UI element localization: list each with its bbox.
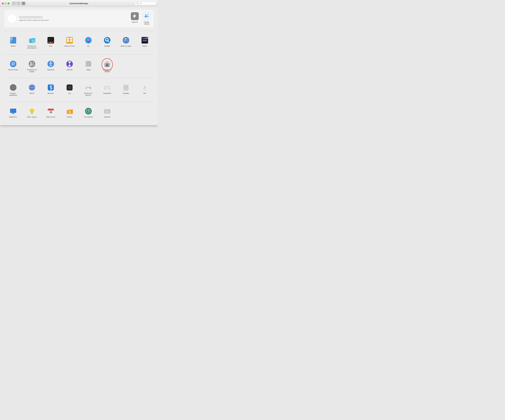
item-anvandare[interactable]: Användare och grupper <box>23 59 41 74</box>
internet-label: Internet- konton <box>8 69 18 71</box>
item-mus[interactable]: Mus <box>136 82 154 97</box>
skrivbord-label: Skrivbord och skärmsläckare <box>26 45 38 49</box>
styrplatta-label: Styrplatta <box>123 92 129 94</box>
item-datum[interactable]: JUL 18 Datum och tid <box>42 106 60 119</box>
item-programuppdatering[interactable]: Program- uppdatering <box>4 82 22 97</box>
svg-point-50 <box>50 61 51 63</box>
svg-point-13 <box>50 42 51 43</box>
svg-rect-41 <box>144 40 146 41</box>
item-siri[interactable]: Siri <box>79 35 97 50</box>
item-timemachine[interactable]: Time Machine <box>79 106 97 119</box>
svg-rect-107 <box>105 88 109 89</box>
item-skrivbord[interactable]: Skrivbord och skärmsläckare <box>23 35 41 50</box>
account-name <box>19 16 43 19</box>
svg-rect-95 <box>105 87 105 87</box>
family-sharing-icon <box>143 12 151 20</box>
svg-rect-96 <box>106 87 106 87</box>
item-bluetooth[interactable]: Bluetooth <box>42 82 60 97</box>
svg-line-123 <box>29 109 30 109</box>
forward-button[interactable]: › <box>17 2 20 5</box>
anvandare-icon <box>28 60 36 68</box>
allman-label: Allmänt <box>11 45 16 47</box>
svg-rect-91 <box>87 90 90 90</box>
svg-point-144 <box>109 110 110 111</box>
sakerhet-icon <box>103 60 111 68</box>
search-box[interactable]: 🔍 Sök <box>135 2 156 5</box>
item-sakerhet[interactable]: Säkerhet och integritet <box>98 59 116 74</box>
item-mission[interactable]: Mission Control <box>60 35 79 50</box>
item-skrivare[interactable]: Skrivare och skannrar <box>79 82 97 97</box>
grid-view-button[interactable] <box>21 2 26 5</box>
item-bildskärmar[interactable]: Bildskärmar <box>4 106 22 119</box>
item-dock[interactable]: Dock <box>42 35 60 50</box>
window-title: Systeminställningar <box>69 2 88 5</box>
svg-rect-114 <box>10 109 16 113</box>
mus-label: Mus <box>143 92 146 94</box>
natverk-icon <box>28 84 36 91</box>
apple-id-item[interactable]: Apple-ID <box>131 12 139 23</box>
system-preferences-window: ‹ › Systeminställningar 🔍 Sök Apple-ID, … <box>0 0 158 125</box>
svg-rect-92 <box>87 88 90 90</box>
programuppdatering-label: Program- uppdatering <box>7 92 19 96</box>
svg-rect-68 <box>13 89 13 90</box>
item-startskiva[interactable]: Startskiva <box>98 106 116 119</box>
maximize-button[interactable] <box>8 2 9 4</box>
svg-point-93 <box>90 88 91 88</box>
avatar <box>7 14 16 23</box>
startskiva-label: Startskiva <box>104 116 110 118</box>
svg-point-40 <box>143 40 144 41</box>
minimize-button[interactable] <box>5 2 6 4</box>
siri-icon <box>85 36 92 44</box>
back-button[interactable]: ‹ <box>12 2 16 5</box>
apple-logo-icon <box>133 14 137 19</box>
svg-point-15 <box>49 38 49 39</box>
notiser-label: Notiser <box>142 45 147 47</box>
svg-rect-70 <box>15 87 16 88</box>
svg-rect-118 <box>31 113 33 113</box>
search-placeholder: Sök <box>139 2 142 4</box>
item-stromsparare[interactable]: Ström- sparare <box>23 106 41 119</box>
item-tangentbord[interactable]: Tangentbord <box>98 82 116 97</box>
item-delning[interactable]: ! Delning <box>60 106 79 119</box>
bildskärmar-icon <box>9 107 17 115</box>
timemachine-icon <box>85 107 92 115</box>
dock-label: Dock <box>49 45 52 47</box>
svg-point-86 <box>69 87 70 88</box>
anvandare-label: Användare och grupper <box>26 69 38 73</box>
item-sprak[interactable]: Språk och region <box>117 35 135 50</box>
item-internet[interactable]: @ Internet- konton <box>4 59 22 74</box>
section-4-grid: Bildskärmar S <box>4 104 154 121</box>
svg-point-14 <box>52 42 53 43</box>
item-styrplatta[interactable]: Styrplatta <box>117 82 135 97</box>
svg-rect-56 <box>68 61 71 62</box>
item-notiser[interactable]: 1 Notiser <box>136 35 154 50</box>
svg-point-16 <box>50 38 50 39</box>
skrivare-icon <box>85 84 92 91</box>
item-natverk[interactable]: Nätverk <box>23 82 41 97</box>
section-1-grid: File New App Allmänt <box>4 33 154 52</box>
item-tillagg[interactable]: Tillägg <box>79 59 97 74</box>
svg-rect-67 <box>13 84 13 85</box>
divider-2 <box>4 54 154 55</box>
item-skarmtid[interactable]: Skärmtid <box>60 59 79 74</box>
family-sharing-item[interactable]: Familje-delning <box>143 12 151 25</box>
bildskärmar-label: Bildskärmar <box>9 116 17 118</box>
item-spotlight[interactable]: Spotlight <box>98 35 116 50</box>
svg-rect-23 <box>70 38 72 40</box>
svg-text:18: 18 <box>49 111 52 114</box>
svg-point-37 <box>143 38 144 39</box>
item-ljud[interactable]: Ljud <box>60 82 79 97</box>
traffic-lights <box>2 2 9 4</box>
svg-rect-24 <box>67 40 69 42</box>
svg-rect-99 <box>108 87 109 87</box>
datum-label: Datum och tid <box>46 116 55 118</box>
svg-text:@: @ <box>11 61 15 66</box>
styrplatta-icon <box>122 84 130 91</box>
item-allman[interactable]: File New App Allmänt <box>4 35 22 50</box>
svg-rect-105 <box>108 88 109 88</box>
svg-text:File: File <box>10 38 13 39</box>
close-button[interactable] <box>2 2 4 4</box>
svg-rect-97 <box>107 87 107 87</box>
item-hjalpmedel[interactable]: Hjälpmedel <box>42 59 60 74</box>
mission-icon <box>66 36 73 44</box>
